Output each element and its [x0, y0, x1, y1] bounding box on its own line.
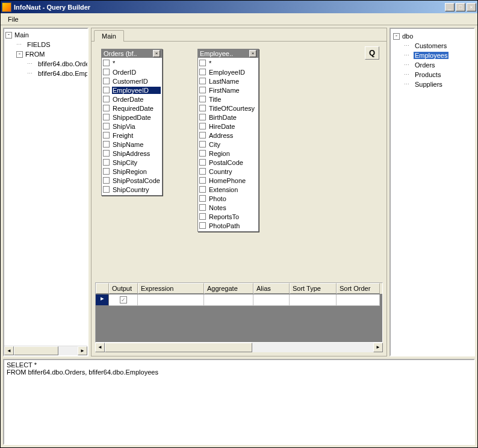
field-checkbox[interactable] [103, 78, 110, 84]
field-checkbox[interactable] [103, 114, 110, 120]
field-item[interactable]: ShipCity [103, 158, 161, 167]
field-checkbox[interactable] [199, 222, 206, 229]
field-checkbox[interactable] [103, 159, 110, 166]
field-checkbox[interactable] [199, 123, 206, 129]
field-checkbox[interactable] [199, 204, 206, 211]
field-item[interactable]: ShipName [103, 140, 161, 149]
tree-toggle-main[interactable]: - [5, 32, 12, 39]
grid-cell-sortorder[interactable] [337, 294, 380, 306]
field-checkbox[interactable] [199, 132, 206, 138]
field-checkbox[interactable] [103, 105, 110, 111]
field-checkbox[interactable] [199, 168, 206, 175]
field-item[interactable]: FirstName [199, 86, 257, 95]
output-checkbox[interactable]: ✓ [120, 296, 127, 303]
field-checkbox[interactable] [199, 141, 206, 148]
tree-node-suppliers[interactable]: Suppliers [414, 81, 444, 88]
scroll-right-button[interactable]: ► [78, 346, 87, 355]
grid-cell-alias[interactable] [253, 294, 290, 306]
grid-header-sortorder[interactable]: Sort Order [337, 283, 380, 294]
field-checkbox[interactable] [199, 186, 206, 193]
field-checkbox[interactable] [199, 87, 206, 93]
criteria-grid[interactable]: Output Expression Aggregate Alias Sort T… [95, 282, 383, 343]
field-item[interactable]: ShipCountry [103, 185, 161, 194]
close-button[interactable]: × [467, 3, 476, 11]
table-box-orders[interactable]: Orders (bf..×*OrderIDCustomerIDEmployeeI… [101, 49, 163, 196]
field-checkbox[interactable] [199, 150, 206, 157]
minimize-button[interactable]: _ [445, 3, 455, 11]
field-item[interactable]: PhotoPath [199, 221, 257, 230]
table-title[interactable]: Employee..× [198, 49, 258, 58]
grid-header-output[interactable]: Output [109, 283, 138, 294]
field-item[interactable]: OrderID [103, 67, 161, 76]
field-item[interactable]: ShipAddress [103, 149, 161, 158]
field-item[interactable]: * [103, 58, 161, 67]
field-item[interactable]: EmployeeID [199, 67, 257, 76]
scroll-track[interactable] [105, 343, 373, 352]
field-item[interactable]: HireDate [199, 122, 257, 131]
grid-cell-expression[interactable] [138, 294, 204, 306]
tree-toggle-dbo[interactable]: - [393, 33, 400, 40]
field-item[interactable]: CustomerID [103, 76, 161, 86]
field-checkbox[interactable] [103, 150, 110, 157]
field-checkbox[interactable] [199, 105, 206, 111]
field-item[interactable]: BirthDate [199, 113, 257, 122]
scroll-track[interactable] [14, 346, 78, 355]
table-close-icon[interactable]: × [153, 50, 160, 57]
field-checkbox[interactable] [103, 123, 110, 129]
tree-node-from-item-0[interactable]: bfifer64.dbo.Orders [37, 60, 88, 67]
field-item[interactable]: * [199, 58, 257, 67]
field-item[interactable]: OrderDate [103, 95, 161, 104]
field-item[interactable]: HomePhone [199, 176, 257, 185]
tree-node-products[interactable]: Products [414, 71, 442, 78]
maximize-button[interactable]: □ [456, 3, 465, 11]
tree-node-dbo[interactable]: dbo [401, 33, 414, 40]
scroll-thumb[interactable] [14, 346, 58, 355]
field-checkbox[interactable] [103, 168, 110, 175]
grid-cell-aggregate[interactable] [204, 294, 253, 306]
field-item[interactable]: Title [199, 95, 257, 104]
grid-header-sorttype[interactable]: Sort Type [290, 283, 337, 294]
scroll-left-button[interactable]: ◄ [4, 346, 14, 355]
left-tree-panel[interactable]: - Main ⋯ FIELDS - FROM ⋯ bfifer6 [3, 28, 88, 356]
grid-row-selector[interactable]: ▸ [96, 294, 109, 306]
grid-header-alias[interactable]: Alias [253, 283, 290, 294]
titlebar[interactable]: InfoNaut - Query Builder _ □ × [0, 0, 478, 13]
tree-node-main[interactable]: Main [13, 31, 30, 39]
table-close-icon[interactable]: × [249, 50, 256, 57]
grid-header-aggregate[interactable]: Aggregate [204, 283, 253, 294]
field-item[interactable]: ShipPostalCode [103, 176, 161, 185]
menu-file[interactable]: File [3, 14, 23, 24]
field-checkbox[interactable] [103, 132, 110, 138]
field-item[interactable]: ShipRegion [103, 167, 161, 176]
field-checkbox[interactable] [199, 195, 206, 202]
q-button[interactable]: Q [365, 46, 379, 60]
field-item[interactable]: ShipVia [103, 122, 161, 131]
field-item[interactable]: City [199, 140, 257, 149]
sql-pane[interactable]: SELECT * FROM bfifer64.dbo.Orders, bfife… [3, 359, 475, 445]
tree-node-from-item-1[interactable]: bfifer64.dbo.Employees [37, 70, 88, 77]
field-checkbox[interactable] [199, 78, 206, 84]
tree-node-fields[interactable]: FIELDS [26, 41, 52, 48]
field-checkbox[interactable] [103, 69, 110, 75]
field-checkbox[interactable] [103, 141, 110, 148]
field-item[interactable]: ReportsTo [199, 212, 257, 221]
field-item[interactable]: RequiredDate [103, 104, 161, 113]
tab-main[interactable]: Main [94, 30, 124, 42]
field-checkbox[interactable] [199, 96, 206, 102]
field-checkbox[interactable] [199, 69, 206, 75]
diagram-area[interactable]: Q Orders (bf..×*OrderIDCustomerIDEmploye… [95, 45, 383, 282]
tree-node-from[interactable]: FROM [24, 51, 46, 58]
field-checkbox[interactable] [103, 186, 110, 193]
scroll-right-button[interactable]: ► [373, 343, 383, 352]
field-item[interactable]: Country [199, 167, 257, 176]
field-item[interactable]: EmployeeID [103, 86, 161, 95]
field-item[interactable]: LastName [199, 76, 257, 86]
field-checkbox[interactable] [199, 60, 206, 66]
right-tree-panel[interactable]: - dbo ⋯Customers⋯Employees⋯Orders⋯Produc… [390, 28, 475, 356]
field-checkbox[interactable] [103, 87, 110, 93]
tree-node-customers[interactable]: Customers [414, 42, 448, 49]
grid-cell-sorttype[interactable] [290, 294, 337, 306]
field-checkbox[interactable] [199, 114, 206, 120]
table-box-employees[interactable]: Employee..×*EmployeeIDLastNameFirstNameT… [197, 49, 259, 232]
field-item[interactable]: Region [199, 149, 257, 158]
